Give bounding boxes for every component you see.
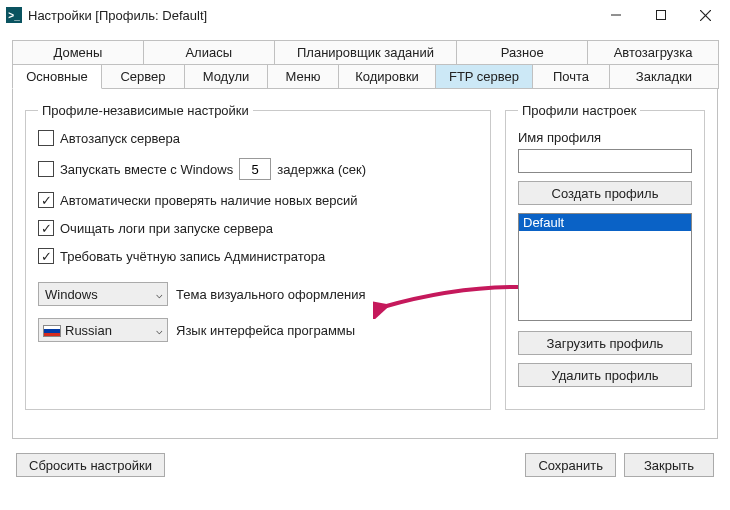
svg-rect-1 bbox=[656, 11, 665, 20]
tab-encodings[interactable]: Кодировки bbox=[338, 65, 436, 89]
checkbox-check-updates-label: Автоматически проверять наличие новых ве… bbox=[60, 193, 358, 208]
tab-server[interactable]: Сервер bbox=[101, 65, 185, 89]
tab-row-top: Домены Алиасы Планировщик заданий Разное… bbox=[12, 40, 718, 65]
chevron-down-icon: ⌵ bbox=[156, 288, 163, 301]
theme-select[interactable]: Windows ⌵ bbox=[38, 282, 168, 306]
tab-domains[interactable]: Домены bbox=[12, 40, 144, 65]
tab-autostart[interactable]: Автозагрузка bbox=[587, 40, 719, 65]
checkbox-require-admin-label: Требовать учётную запись Администратора bbox=[60, 249, 325, 264]
titlebar: >_ Настройки [Профиль: Default] bbox=[0, 0, 730, 30]
load-profile-button[interactable]: Загрузить профиль bbox=[518, 331, 692, 355]
delay-input[interactable] bbox=[239, 158, 271, 180]
tab-menu[interactable]: Меню bbox=[267, 65, 339, 89]
checkbox-start-with-windows-label: Запускать вместе с Windows bbox=[60, 162, 233, 177]
dialog-footer: Сбросить настройки Сохранить Закрыть bbox=[0, 439, 730, 491]
tab-misc[interactable]: Разное bbox=[456, 40, 588, 65]
language-select-value: Russian bbox=[65, 323, 112, 338]
checkbox-start-with-windows[interactable] bbox=[38, 161, 54, 177]
checkbox-autostart-server[interactable] bbox=[38, 130, 54, 146]
profile-name-label: Имя профиля bbox=[518, 130, 692, 145]
close-dialog-button[interactable]: Закрыть bbox=[624, 453, 714, 477]
save-button[interactable]: Сохранить bbox=[525, 453, 616, 477]
chevron-down-icon: ⌵ bbox=[156, 324, 163, 337]
tab-mail[interactable]: Почта bbox=[532, 65, 610, 89]
minimize-button[interactable] bbox=[593, 0, 638, 30]
tab-ftp-server[interactable]: FTP сервер bbox=[435, 65, 533, 89]
checkbox-require-admin[interactable] bbox=[38, 248, 54, 264]
tab-bookmarks[interactable]: Закладки bbox=[609, 65, 719, 89]
group-profiles: Профили настроек Имя профиля Создать про… bbox=[505, 103, 705, 410]
reset-settings-button[interactable]: Сбросить настройки bbox=[16, 453, 165, 477]
group-profiles-legend: Профили настроек bbox=[518, 103, 640, 118]
close-button[interactable] bbox=[683, 0, 728, 30]
checkbox-clear-logs[interactable] bbox=[38, 220, 54, 236]
checkbox-autostart-server-label: Автозапуск сервера bbox=[60, 131, 180, 146]
tab-panel-general: Профиле-независимые настройки Автозапуск… bbox=[12, 89, 718, 439]
theme-label: Тема визуального оформления bbox=[176, 287, 365, 302]
flag-ru-icon bbox=[43, 325, 61, 337]
app-icon: >_ bbox=[6, 7, 22, 23]
maximize-button[interactable] bbox=[638, 0, 683, 30]
window-title: Настройки [Профиль: Default] bbox=[28, 8, 207, 23]
delay-suffix-label: задержка (сек) bbox=[277, 162, 366, 177]
tab-general[interactable]: Основные bbox=[12, 65, 102, 89]
language-select[interactable]: Russian ⌵ bbox=[38, 318, 168, 342]
checkbox-check-updates[interactable] bbox=[38, 192, 54, 208]
create-profile-button[interactable]: Создать профиль bbox=[518, 181, 692, 205]
checkbox-clear-logs-label: Очищать логи при запуске сервера bbox=[60, 221, 273, 236]
tab-aliases[interactable]: Алиасы bbox=[143, 40, 275, 65]
delete-profile-button[interactable]: Удалить профиль bbox=[518, 363, 692, 387]
group-profile-independent-legend: Профиле-независимые настройки bbox=[38, 103, 253, 118]
group-profile-independent: Профиле-независимые настройки Автозапуск… bbox=[25, 103, 491, 410]
tab-scheduler[interactable]: Планировщик заданий bbox=[274, 40, 458, 65]
profile-list[interactable]: Default bbox=[518, 213, 692, 321]
language-label: Язык интерфейса программы bbox=[176, 323, 355, 338]
profile-list-item[interactable]: Default bbox=[519, 214, 691, 231]
tab-row-bottom: Основные Сервер Модули Меню Кодировки FT… bbox=[12, 65, 718, 89]
profile-name-input[interactable] bbox=[518, 149, 692, 173]
theme-select-value: Windows bbox=[45, 287, 98, 302]
tab-modules[interactable]: Модули bbox=[184, 65, 268, 89]
